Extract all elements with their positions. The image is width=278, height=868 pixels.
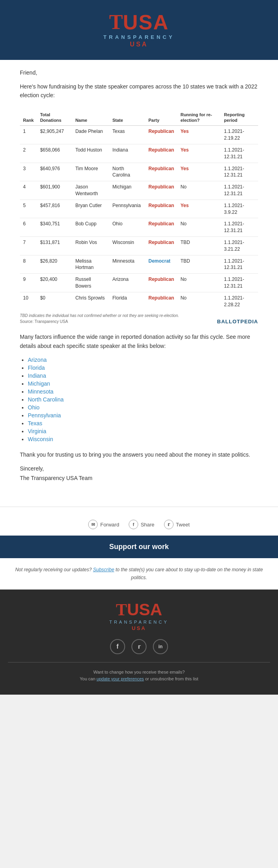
table-row: 3 $640,976 Tim Moore North Carolina Repu… bbox=[20, 163, 258, 181]
cell-rank: 3 bbox=[20, 163, 37, 181]
list-item: Ohio bbox=[28, 404, 258, 411]
logo-t-letter: T bbox=[109, 12, 123, 33]
list-item: Indiana bbox=[28, 373, 258, 379]
state-link[interactable]: North Carolina bbox=[28, 396, 64, 403]
cell-rank: 7 bbox=[20, 236, 37, 255]
social-share-bar: ✉ Forward f Share 𝕣 Tweet bbox=[0, 513, 278, 536]
list-item: Minnesota bbox=[28, 388, 258, 395]
divider-1 bbox=[0, 507, 278, 507]
intro-text: Here's how fundraising by the state spea… bbox=[20, 82, 258, 100]
cell-period: 1.1.2021-12.31.21 bbox=[221, 255, 258, 274]
cell-running: TBD bbox=[177, 255, 221, 274]
footer-logo-usa: USA bbox=[127, 601, 162, 618]
support-cta-button[interactable]: Support our work bbox=[0, 536, 278, 558]
state-link[interactable]: Virginia bbox=[28, 428, 46, 434]
footer-facebook-icon[interactable]: f bbox=[110, 639, 125, 654]
cell-period: 1.1.2021-3.9.22 bbox=[221, 200, 258, 218]
cell-name: Bryan Cutler bbox=[72, 200, 109, 218]
footer-subtitle2: USA bbox=[8, 625, 270, 631]
cell-state: Florida bbox=[109, 292, 145, 310]
cell-name: Dade Phelan bbox=[72, 126, 109, 144]
cell-running: Yes bbox=[177, 163, 221, 181]
state-link[interactable]: Ohio bbox=[28, 404, 40, 411]
cell-rank: 1 bbox=[20, 126, 37, 144]
state-link[interactable]: Texas bbox=[28, 420, 42, 426]
subscribe-link[interactable]: Subscribe bbox=[93, 567, 114, 572]
cell-period: 1.1.2021-12.31.21 bbox=[221, 144, 258, 163]
ballotpedia-logo: BALLOTPEDIA bbox=[217, 319, 258, 325]
email-content: Friend, Here's how fundraising by the st… bbox=[0, 60, 278, 500]
table-row: 7 $131,871 Robin Vos Wisconsin Republica… bbox=[20, 236, 258, 255]
footer-social-icons: f 𝕣 in bbox=[8, 639, 270, 654]
cell-name: Robin Vos bbox=[72, 236, 109, 255]
cell-party: Republican bbox=[145, 218, 178, 237]
logo-container: T USA bbox=[8, 12, 270, 33]
data-table-wrapper: Rank Total Donations Name State Party Ru… bbox=[20, 109, 258, 311]
share-icon: f bbox=[129, 520, 138, 529]
cell-period: 1.1.2021-12.31.21 bbox=[221, 218, 258, 237]
col-running: Running for re-election? bbox=[177, 109, 221, 126]
cell-rank: 2 bbox=[20, 144, 37, 163]
cell-running: No bbox=[177, 274, 221, 292]
table-row: 4 $601,900 Jason Wentworth Michigan Repu… bbox=[20, 181, 258, 200]
cell-period: 1.1.2021-12.31.21 bbox=[221, 274, 258, 292]
state-link[interactable]: Pennsylvania bbox=[28, 412, 61, 419]
cell-running: Yes bbox=[177, 200, 221, 218]
state-link[interactable]: Indiana bbox=[28, 373, 46, 379]
cell-donations: $640,976 bbox=[37, 163, 72, 181]
cell-party: Republican bbox=[145, 144, 178, 163]
cell-running: No bbox=[177, 181, 221, 200]
greeting: Friend, bbox=[20, 69, 258, 76]
cell-name: Todd Huston bbox=[72, 144, 109, 163]
cell-name: Chris Sprowls bbox=[72, 292, 109, 310]
cell-state: Indiana bbox=[109, 144, 145, 163]
forward-button[interactable]: ✉ Forward bbox=[88, 520, 119, 529]
table-row: 6 $340,751 Bob Cupp Ohio Republican No 1… bbox=[20, 218, 258, 237]
state-link[interactable]: Arizona bbox=[28, 357, 46, 363]
team-text: The Transparency USA Team bbox=[20, 475, 258, 481]
footer-preferences-link[interactable]: update your preferences bbox=[97, 676, 144, 681]
cell-period: 1.1.2021-2.28.22 bbox=[221, 292, 258, 310]
col-donations: Total Donations bbox=[37, 109, 72, 126]
forward-icon: ✉ bbox=[88, 520, 98, 529]
cell-name: Bob Cupp bbox=[72, 218, 109, 237]
cell-rank: 10 bbox=[20, 292, 37, 310]
cell-rank: 5 bbox=[20, 200, 37, 218]
subscription-note: Not regularly receiving our updates? Sub… bbox=[0, 558, 278, 589]
col-rank: Rank bbox=[20, 109, 37, 126]
thank-you-text: Thank you for trusting us to bring you t… bbox=[20, 450, 258, 459]
state-link[interactable]: Minnesota bbox=[28, 388, 54, 395]
share-button[interactable]: f Share bbox=[129, 520, 154, 529]
cell-party: Republican bbox=[145, 163, 178, 181]
state-link[interactable]: Wisconsin bbox=[28, 436, 53, 442]
footer-linkedin-icon[interactable]: in bbox=[153, 639, 168, 654]
cell-state: North Carolina bbox=[109, 163, 145, 181]
list-item: Pennsylvania bbox=[28, 412, 258, 419]
footer-unsubscribe-text: or unsubscribe from this list bbox=[145, 676, 198, 681]
footer-twitter-icon[interactable]: 𝕣 bbox=[131, 639, 147, 654]
table-row: 10 $0 Chris Sprowls Florida Republican N… bbox=[20, 292, 258, 310]
state-link[interactable]: Michigan bbox=[28, 380, 50, 387]
cell-party: Republican bbox=[145, 274, 178, 292]
subscription-text: Not regularly receiving our updates? bbox=[15, 567, 92, 572]
source-text: Source: Transparency USA bbox=[20, 319, 68, 324]
state-links-list: ArizonaFloridaIndianaMichiganMinnesotaNo… bbox=[28, 357, 258, 442]
cell-party: Democrat bbox=[145, 255, 178, 274]
footer-logo-container: T USA bbox=[8, 601, 270, 618]
cell-state: Minnesota bbox=[109, 255, 145, 274]
donations-table: Rank Total Donations Name State Party Ru… bbox=[20, 109, 258, 311]
logo-subtitle2: USA bbox=[8, 41, 270, 48]
state-link[interactable]: Florida bbox=[28, 365, 45, 371]
table-row: 8 $26,820 Melissa Hortman Minnesota Demo… bbox=[20, 255, 258, 274]
cell-party: Republican bbox=[145, 126, 178, 144]
cell-name: Jason Wentworth bbox=[72, 181, 109, 200]
cell-running: Yes bbox=[177, 144, 221, 163]
list-item: Virginia bbox=[28, 428, 258, 434]
cell-rank: 6 bbox=[20, 218, 37, 237]
cell-period: 1.1.2021-12.31.21 bbox=[221, 163, 258, 181]
table-row: 9 $20,400 Russell Bowers Arizona Republi… bbox=[20, 274, 258, 292]
tweet-button[interactable]: 𝕣 Tweet bbox=[164, 520, 190, 529]
sincerely-text: Sincerely, bbox=[20, 465, 258, 472]
cell-party: Republican bbox=[145, 236, 178, 255]
list-item: North Carolina bbox=[28, 396, 258, 403]
